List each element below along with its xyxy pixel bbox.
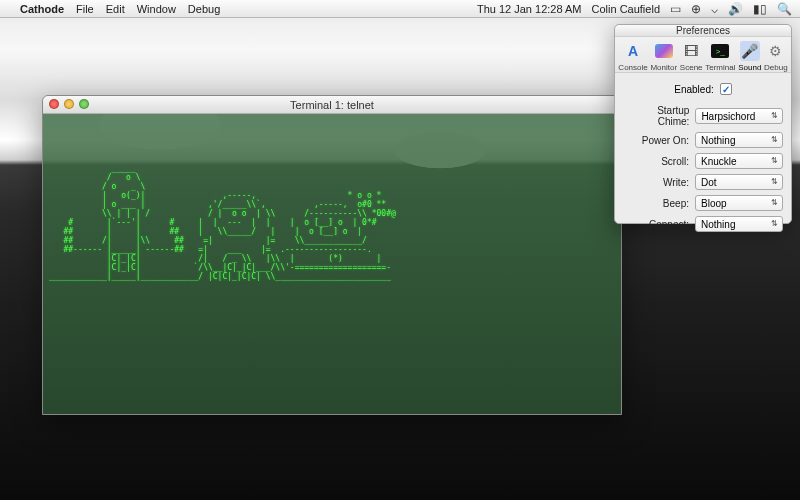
- preferences-title: Preferences: [676, 25, 730, 36]
- tab-label: Console: [618, 63, 647, 72]
- console-icon: A: [623, 41, 643, 61]
- app-menu[interactable]: Cathode: [20, 3, 64, 15]
- minimize-button[interactable]: [64, 99, 74, 109]
- menu-debug[interactable]: Debug: [188, 3, 220, 15]
- tab-terminal[interactable]: >_ Terminal: [705, 41, 735, 72]
- battery-icon[interactable]: ▮▯: [753, 3, 767, 15]
- wifi-icon[interactable]: ⊕: [691, 3, 701, 15]
- preferences-toolbar: A Console Monitor 🎞 Scene >_ Terminal 🎤 …: [615, 37, 791, 73]
- field-label: Write:: [663, 177, 689, 188]
- tab-label: Sound: [738, 63, 761, 72]
- enabled-label: Enabled:: [674, 84, 713, 95]
- monitor-icon: [654, 41, 674, 61]
- terminal-body[interactable]: _____ / o \ / o _ \ | o(_)| ,-----, * o …: [43, 114, 621, 414]
- preferences-window[interactable]: Preferences A Console Monitor 🎞 Scene >_…: [614, 24, 792, 224]
- close-button[interactable]: [49, 99, 59, 109]
- chevron-updown-icon: ⇅: [771, 157, 778, 165]
- select-value: Knuckle: [701, 156, 737, 167]
- chevron-updown-icon: ⇅: [771, 220, 778, 228]
- volume-icon[interactable]: 🔊: [728, 3, 743, 15]
- select-value: Harpsichord: [701, 111, 755, 122]
- display-icon[interactable]: ▭: [670, 3, 681, 15]
- terminal-titlebar[interactable]: Terminal 1: telnet: [43, 96, 621, 114]
- tab-console[interactable]: A Console: [618, 41, 647, 72]
- terminal-output: _____ / o \ / o _ \ | o(_)| ,-----, * o …: [49, 164, 615, 281]
- field-label: Connect:: [649, 219, 689, 230]
- chevron-updown-icon: ⇅: [771, 136, 778, 144]
- field-label: Startup Chime:: [623, 105, 689, 127]
- chevron-updown-icon: ⇅: [771, 199, 778, 207]
- sound-icon: 🎤: [740, 41, 760, 61]
- tab-scene[interactable]: 🎞 Scene: [680, 41, 703, 72]
- tab-debug[interactable]: ⚙ Debug: [764, 41, 788, 72]
- preferences-titlebar[interactable]: Preferences: [615, 25, 791, 37]
- select-value: Dot: [701, 177, 717, 188]
- enabled-checkbox[interactable]: ✓: [720, 83, 732, 95]
- field-label: Scroll:: [661, 156, 689, 167]
- write-select[interactable]: Dot ⇅: [695, 174, 783, 190]
- field-label: Beep:: [663, 198, 689, 209]
- tab-label: Debug: [764, 63, 788, 72]
- chevron-updown-icon: ⇅: [771, 112, 778, 120]
- connect-select[interactable]: Nothing ⇅: [695, 216, 783, 232]
- tab-monitor[interactable]: Monitor: [650, 41, 677, 72]
- spotlight-icon[interactable]: 🔍: [777, 3, 792, 15]
- field-label: Power On:: [642, 135, 689, 146]
- select-value: Nothing: [701, 135, 735, 146]
- startup-chime-select[interactable]: Harpsichord ⇅: [695, 108, 783, 124]
- select-value: Bloop: [701, 198, 727, 209]
- zoom-button[interactable]: [79, 99, 89, 109]
- terminal-icon: >_: [710, 41, 730, 61]
- tab-label: Monitor: [650, 63, 677, 72]
- tab-sound[interactable]: 🎤 Sound: [738, 41, 761, 72]
- select-value: Nothing: [701, 219, 735, 230]
- menubar: Cathode File Edit Window Debug Thu 12 Ja…: [0, 0, 800, 18]
- menu-file[interactable]: File: [76, 3, 94, 15]
- terminal-title: Terminal 1: telnet: [290, 99, 374, 111]
- tab-label: Scene: [680, 63, 703, 72]
- terminal-window[interactable]: Terminal 1: telnet _____ / o \ / o _ \ |…: [42, 95, 622, 415]
- beep-select[interactable]: Bloop ⇅: [695, 195, 783, 211]
- tab-label: Terminal: [705, 63, 735, 72]
- power-on-select[interactable]: Nothing ⇅: [695, 132, 783, 148]
- chevron-updown-icon: ⇅: [771, 178, 778, 186]
- menubar-clock[interactable]: Thu 12 Jan 12:28 AM: [477, 3, 582, 15]
- menu-window[interactable]: Window: [137, 3, 176, 15]
- menubar-user[interactable]: Colin Caufield: [592, 3, 660, 15]
- bluetooth-icon[interactable]: ⌵: [711, 3, 718, 15]
- debug-icon: ⚙: [766, 41, 786, 61]
- scene-icon: 🎞: [681, 41, 701, 61]
- scroll-select[interactable]: Knuckle ⇅: [695, 153, 783, 169]
- preferences-body: Enabled: ✓ Startup Chime: Harpsichord ⇅ …: [615, 73, 791, 243]
- menu-edit[interactable]: Edit: [106, 3, 125, 15]
